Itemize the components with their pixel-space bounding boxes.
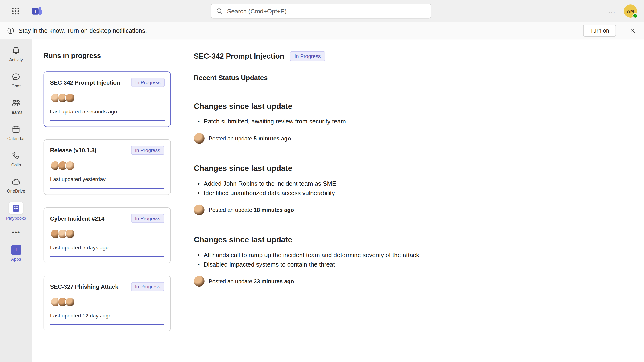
update-heading: Changes since last update <box>194 164 628 173</box>
phone-icon <box>10 150 21 161</box>
banner-text: Stay in the know. Turn on desktop notifi… <box>18 27 147 34</box>
close-icon[interactable] <box>628 26 637 35</box>
calendar-icon <box>10 124 21 134</box>
run-card-title: SEC-327 Phishing Attack <box>50 282 118 290</box>
run-card-cyber-incident[interactable]: Cyber Incident #214 In Progress Last upd… <box>44 208 171 263</box>
run-card-title: SEC-342 Prompt Injection <box>50 78 120 86</box>
posted-text: Posted an update 18 minutes ago <box>208 207 294 213</box>
search-icon <box>216 8 223 14</box>
status-badge: In Progress <box>290 52 325 61</box>
update-bullets: All hands call to ramp up the incident t… <box>194 250 628 269</box>
posted-row: Posted an update 5 minutes ago <box>194 133 628 144</box>
apps-plus-icon: + <box>11 245 21 255</box>
bullet-item: Disabled impacted systems to contain the… <box>194 260 628 269</box>
runs-panel-title: Runs in progress <box>44 52 182 60</box>
update-bullets: Added John Robins to the incident team a… <box>194 179 628 198</box>
teams-logo-icon[interactable]: T <box>31 6 43 17</box>
notification-banner: Stay in the know. Turn on desktop notifi… <box>0 22 644 39</box>
sidebar-item-label: Calendar <box>7 136 25 141</box>
update-bullets: Patch submitted, awaiting review from se… <box>194 117 628 126</box>
app-rail: Activity Chat <box>0 39 32 362</box>
sidebar-item-playbooks[interactable]: Playbooks <box>0 198 32 224</box>
bullet-item: Added John Robins to the incident team a… <box>194 179 628 188</box>
status-available-icon <box>632 13 638 18</box>
sidebar-item-label: Playbooks <box>6 216 26 220</box>
user-avatar[interactable]: AM <box>624 4 637 18</box>
notebook-icon <box>9 202 23 214</box>
runs-panel: Runs in progress SEC-342 Prompt Injectio… <box>32 39 182 362</box>
last-updated-text: Last updated 12 days ago <box>50 312 164 319</box>
facepile <box>50 160 164 171</box>
bell-icon <box>10 45 21 56</box>
facepile <box>50 92 164 103</box>
sidebar-item-label: Apps <box>11 256 21 261</box>
sidebar-item-activity[interactable]: Activity <box>0 40 32 67</box>
bullet-item: Identified unauthorized data access vuln… <box>194 188 628 198</box>
sidebar-item-onedrive[interactable]: OneDrive <box>0 172 32 198</box>
section-title: Recent Status Updates <box>194 74 628 82</box>
people-icon <box>10 98 21 108</box>
sidebar-item-apps[interactable]: + Apps <box>0 241 32 265</box>
avatar-initials: AM <box>627 9 634 14</box>
facepile <box>50 228 164 239</box>
progress-bar <box>50 256 164 257</box>
posted-text: Posted an update 5 minutes ago <box>208 135 291 142</box>
sidebar-item-label: Chat <box>12 83 21 88</box>
info-icon <box>6 26 15 35</box>
avatar <box>65 228 75 239</box>
progress-bar <box>50 324 164 325</box>
avatar <box>194 133 204 144</box>
chat-icon <box>10 71 21 82</box>
avatar <box>64 92 75 103</box>
sidebar-more-icon[interactable]: ••• <box>0 224 32 241</box>
search-bar <box>211 4 432 18</box>
avatar <box>194 204 204 215</box>
sidebar-item-teams[interactable]: Teams <box>0 93 32 119</box>
last-updated-text: Last updated yesterday <box>50 176 164 182</box>
waffle-menu-icon[interactable] <box>10 6 20 16</box>
teams-window: T … AM Stay in the know. Turn on desktop… <box>0 0 644 362</box>
posted-text: Posted an update 33 minutes ago <box>208 278 294 284</box>
run-card-title: Release (v10.1.3) <box>50 146 97 154</box>
facepile <box>50 297 164 307</box>
progress-bar <box>50 188 164 189</box>
last-updated-text: Last updated 5 days ago <box>50 244 164 250</box>
run-card-sec-327[interactable]: SEC-327 Phishing Attack In Progress Last… <box>44 276 171 331</box>
status-badge: In Progress <box>131 146 164 155</box>
status-update: Changes since last update Patch submitte… <box>194 102 628 144</box>
last-updated-text: Last updated 5 seconds ago <box>50 108 164 114</box>
status-update: Changes since last update All hands call… <box>194 235 628 286</box>
cloud-icon <box>10 176 21 187</box>
bullet-item: Patch submitted, awaiting review from se… <box>194 117 628 126</box>
sidebar-item-label: Calls <box>11 162 21 167</box>
search-input[interactable] <box>227 8 426 14</box>
svg-text:T: T <box>34 8 37 14</box>
avatar <box>194 276 204 286</box>
avatar <box>65 160 75 171</box>
turn-on-button[interactable]: Turn on <box>583 25 616 37</box>
bullet-item: All hands call to ramp up the incident t… <box>194 250 628 260</box>
sidebar-item-label: OneDrive <box>7 188 25 193</box>
page-title: SEC-342 Prompt Injection <box>194 52 284 60</box>
sidebar-item-label: Activity <box>9 57 23 62</box>
posted-row: Posted an update 18 minutes ago <box>194 204 628 215</box>
status-badge: In Progress <box>131 282 164 291</box>
run-card-sec-342[interactable]: SEC-342 Prompt Injection In Progress Las… <box>44 72 171 127</box>
progress-bar <box>50 120 164 121</box>
more-options-icon[interactable]: … <box>607 7 617 15</box>
update-heading: Changes since last update <box>194 102 628 111</box>
run-card-release[interactable]: Release (v10.1.3) In Progress Last updat… <box>44 139 171 195</box>
top-bar: T … AM <box>0 0 644 22</box>
sidebar-item-label: Teams <box>10 109 22 114</box>
sidebar-item-calls[interactable]: Calls <box>0 146 32 172</box>
run-detail: SEC-342 Prompt Injection In Progress Rec… <box>182 39 644 362</box>
status-badge: In Progress <box>131 78 164 87</box>
update-heading: Changes since last update <box>194 235 628 244</box>
status-badge: In Progress <box>131 214 164 223</box>
run-card-title: Cyber Incident #214 <box>50 214 104 222</box>
avatar <box>65 297 75 307</box>
posted-row: Posted an update 33 minutes ago <box>194 276 628 286</box>
status-update: Changes since last update Added John Rob… <box>194 164 628 215</box>
sidebar-item-chat[interactable]: Chat <box>0 66 32 93</box>
sidebar-item-calendar[interactable]: Calendar <box>0 119 32 146</box>
